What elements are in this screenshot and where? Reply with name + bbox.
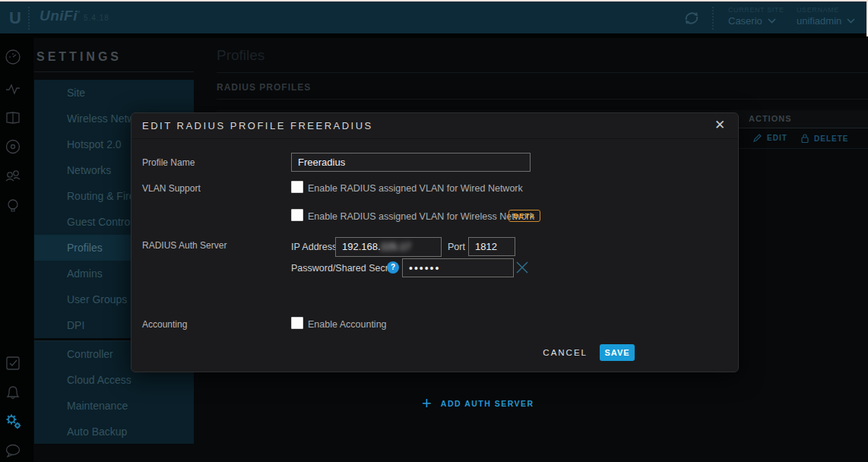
dashboard-icon[interactable] [5,49,21,65]
edit-button[interactable]: EDIT [752,133,787,143]
current-site-value: Caserio [728,15,762,27]
settings-icon[interactable] [5,413,21,430]
site-selector[interactable]: CURRENT SITE Caserio [728,6,784,27]
password-input[interactable] [402,258,514,277]
ip-address-label: IP Address [291,242,337,252]
profile-name-input[interactable] [291,153,531,172]
chat-icon[interactable] [5,442,21,459]
edit-radius-profile-modal: EDIT RADIUS PROFILE FREERADIUS ✕ Profile… [131,112,739,372]
ip-address-input[interactable]: 192.168.225.17 [335,237,442,257]
port-input[interactable] [468,237,515,256]
devices-icon[interactable] [5,138,21,155]
accounting-label: Accounting [142,319,187,330]
username-value: unifiadmin [797,15,841,27]
clients-icon[interactable] [5,168,21,185]
refresh-icon[interactable] [682,8,702,28]
topbar-shadow [0,33,868,38]
vlan-wired-checkbox[interactable] [291,181,303,193]
nav-rail [0,38,33,462]
alerts-icon[interactable] [5,384,21,401]
pencil-icon [752,133,762,143]
modal-footer: CANCEL SAVE [131,338,738,372]
password-shared-secret-label: Password/Shared Secret [291,263,396,274]
delete-button[interactable]: DELETE [800,133,848,144]
events-icon[interactable] [5,355,21,372]
vlan-wireless-checkbox[interactable] [291,209,303,221]
insights-icon[interactable] [5,198,21,214]
sidebar-item-site[interactable]: Site [34,80,194,106]
chevron-down-icon [768,18,776,24]
sidebar-item-maintenance[interactable]: Maintenance [34,393,194,419]
map-icon[interactable] [5,109,21,126]
version-text: 5.4.18 [84,14,109,22]
remove-auth-server-icon[interactable] [515,260,530,275]
help-icon[interactable]: ? [387,261,399,274]
unifi-logo: UniFi° [40,8,81,24]
username-label: USERNAME [797,6,855,14]
section-heading: RADIUS PROFILES [217,82,311,93]
radius-auth-server-label: RADIUS Auth Server [142,240,227,251]
vlan-wired-checkbox-label: Enable RADIUS assigned VLAN for Wired Ne… [308,183,523,194]
current-site-label: CURRENT SITE [728,6,784,14]
chevron-down-icon [847,18,855,24]
vlan-wireless-checkbox-label: Enable RADIUS assigned VLAN for Wireless… [308,211,534,222]
divider [34,71,194,72]
topbar-separator [712,7,714,30]
close-icon[interactable]: ✕ [711,116,729,134]
add-auth-server-button[interactable]: + ADD AUTH SERVER [422,396,534,411]
vlan-support-label: VLAN Support [142,183,201,194]
save-button[interactable]: SAVE [600,344,635,361]
divider [217,99,868,100]
topbar: U UniFi° 5.4.18 CURRENT SITE Caserio USE… [0,2,868,33]
ubiquiti-logo: U [6,8,24,28]
lock-icon [800,133,809,144]
ip-redacted-text: 225.17 [381,241,411,252]
app-window: U UniFi° 5.4.18 CURRENT SITE Caserio USE… [0,0,868,462]
settings-title: SETTINGS [36,50,122,64]
actions-column-header: ACTIONS [749,114,792,123]
window-edge [0,0,868,2]
port-label: Port [448,242,465,252]
profile-name-label: Profile Name [142,157,195,168]
page-title: Profiles [217,47,265,64]
statistics-icon[interactable] [5,81,21,97]
cancel-button[interactable]: CANCEL [543,348,588,357]
modal-title: EDIT RADIUS PROFILE FREERADIUS [142,120,373,131]
sidebar-item-auto-backup[interactable]: Auto Backup [34,419,194,445]
user-menu[interactable]: USERNAME unifiadmin [797,6,855,27]
plus-icon: + [422,396,432,411]
divider [217,72,868,73]
enable-accounting-checkbox[interactable] [291,317,303,329]
modal-header: EDIT RADIUS PROFILE FREERADIUS ✕ [131,113,738,139]
beta-badge: BETA [508,210,540,222]
enable-accounting-checkbox-label: Enable Accounting [308,319,387,330]
topbar-separator [28,7,30,30]
